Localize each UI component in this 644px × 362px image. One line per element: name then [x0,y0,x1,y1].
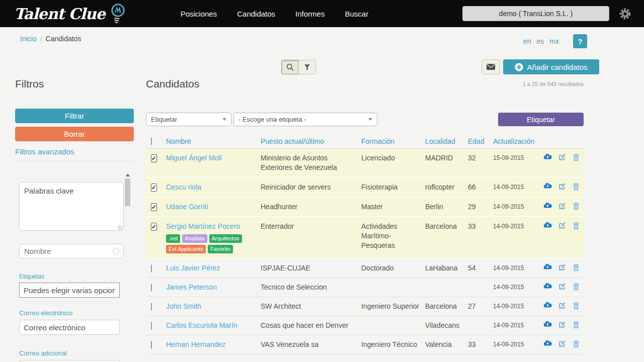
trash-icon[interactable] [573,183,580,191]
col-header-edad[interactable]: Edad [468,137,493,145]
tag-action-select[interactable]: Etiquetar [146,113,231,126]
candidate-name-link[interactable]: Sergio Martínez Pocero [166,222,240,230]
edit-icon[interactable] [558,321,566,328]
tag-submit-button[interactable]: Etiquetar [498,113,584,126]
row-checkbox[interactable]: ✓ [151,203,157,211]
candidate-name-cell: Sergio Martínez Pocero .netAnalistaArqui… [166,217,261,258]
col-header-actualizacion[interactable]: Actualización [493,137,543,145]
candidate-name-link[interactable]: John Smith [166,302,201,310]
edit-icon[interactable] [558,222,566,229]
edit-icon[interactable] [558,283,566,290]
trash-icon[interactable] [573,202,580,210]
col-header-puesto[interactable]: Puesto actual/último [261,137,361,145]
col-header-formacion[interactable]: Formación [361,137,425,145]
candidate-position: Reiniciador de servers [261,178,361,197]
edit-icon[interactable] [558,202,566,210]
row-checkbox[interactable] [151,322,152,330]
nav-buscar[interactable]: Buscar [345,10,368,18]
row-checkbox[interactable] [151,303,152,311]
col-header-nombre[interactable]: Nombre [166,137,261,145]
trash-icon[interactable] [573,340,580,348]
col-header-localidad[interactable]: Localidad [425,137,468,145]
cloud-download-icon[interactable] [543,183,552,190]
filter-clear-button[interactable]: Borrar [15,127,134,141]
trash-icon[interactable] [573,283,580,291]
candidate-name-link[interactable]: Miguel Ángel Moll [166,154,222,162]
cloud-download-icon[interactable] [543,283,552,290]
tag-choose-select[interactable]: - Escoge una etiqueta - [233,113,377,126]
name-filter-input[interactable] [19,244,124,258]
edit-icon[interactable] [558,302,566,309]
edit-icon[interactable] [558,263,566,271]
settings-gear-icon[interactable] [618,7,632,21]
row-checkbox[interactable]: ✓ [151,184,157,192]
candidate-name-cell: Carlos Escuriola Marín [166,316,261,335]
trash-icon[interactable] [573,263,580,272]
cloud-download-icon[interactable] [543,202,552,209]
edit-icon[interactable] [558,183,566,190]
candidate-position: Headhunter [261,198,361,216]
account-selector[interactable]: demo ( TransLion S.L. ) [462,6,609,21]
tags-filter-input[interactable] [19,283,120,298]
sidebar-scrollbar[interactable] [124,173,131,206]
scrollbar-up-arrow-icon[interactable] [126,173,130,176]
app-logo[interactable]: Talent Clue [14,3,126,24]
candidate-age [468,316,493,335]
cloud-download-icon[interactable] [543,263,552,270]
keywords-textarea[interactable] [19,182,124,231]
row-checkbox[interactable] [151,284,152,292]
candidate-name-link[interactable]: Luis Javier Pérez [166,264,220,272]
edit-icon[interactable] [558,153,566,161]
email2-filter-input[interactable] [19,360,120,362]
row-actions [543,198,584,216]
select-all-checkbox[interactable] [151,137,152,145]
edit-icon[interactable] [558,340,566,347]
filter-view-button[interactable] [298,60,316,74]
cloud-download-icon[interactable] [543,153,552,160]
nav-candidatos[interactable]: Candidatos [237,10,275,18]
candidate-education: Ingeniero Técnico [361,335,425,354]
email-candidates-button[interactable] [481,59,500,74]
email-filter-input[interactable] [19,320,120,335]
row-checkbox[interactable]: ✓ [151,154,157,162]
candidate-name-link[interactable]: Hernan Hernandez [166,340,225,348]
lang-es-current[interactable]: es [537,37,544,45]
add-candidates-button[interactable]: Añadir candidatos [503,59,599,74]
textarea-resize-grip[interactable] [118,225,122,230]
nav-informes[interactable]: Informes [295,10,325,18]
lang-en-link[interactable]: en [523,37,531,45]
candidate-age: 54 [468,259,493,278]
cloud-download-icon[interactable] [543,321,552,328]
candidate-name-link[interactable]: Udane Gorriti [166,203,208,211]
cloud-download-icon[interactable] [543,340,552,347]
trash-icon[interactable] [573,153,580,161]
trash-icon[interactable] [573,222,580,230]
scrollbar-thumb[interactable] [125,178,130,206]
cloud-download-icon[interactable] [543,302,552,309]
row-checkbox[interactable]: ✓ [151,223,157,231]
candidate-updated-date: 14-09-2015 [493,335,543,354]
filter-apply-button[interactable]: Filtrar [15,109,134,123]
nav-posiciones[interactable]: Posiciones [181,10,217,18]
candidate-name-link[interactable]: James Peterson [166,283,217,291]
help-button[interactable]: ? [573,34,587,48]
row-checkbox[interactable] [151,264,152,273]
row-checkbox[interactable] [151,341,152,349]
candidate-updated-date: 14-09-2015 [493,278,543,297]
candidate-education: Fisioterapia [361,178,425,197]
row-actions [543,217,584,258]
cloud-download-icon[interactable] [543,222,552,229]
breadcrumb-home-link[interactable]: Inicio [20,35,37,43]
advanced-filters-link[interactable]: Filtros avanzados [15,147,74,156]
lang-mx-link[interactable]: mx [549,37,559,45]
candidates-table: Nombre Puesto actual/último Formación Lo… [146,134,584,354]
candidate-name-link[interactable]: Cescu riola [166,183,201,191]
table-row: ✓ Udane Gorriti Headhunter Master Berlin… [146,198,584,217]
search-view-button[interactable] [281,60,299,74]
trash-icon[interactable] [573,302,580,310]
candidate-age: 32 [468,149,493,177]
filters-title: Filtros [15,78,134,90]
candidate-tag-list: .netAnalistaArquitectosExt ApplicantsFav… [166,234,259,253]
trash-icon[interactable] [573,321,580,329]
candidate-name-link[interactable]: Carlos Escuriola Marín [166,321,237,329]
